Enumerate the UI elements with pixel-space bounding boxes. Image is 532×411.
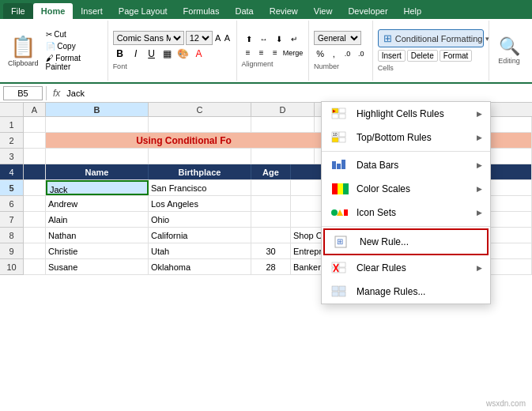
underline-button[interactable]: U <box>145 47 159 61</box>
menu-divider-2 <box>322 226 490 227</box>
fill-color-button[interactable]: 🎨 <box>176 47 191 61</box>
cell-c3[interactable] <box>149 149 251 164</box>
border-button[interactable]: ▦ <box>160 47 175 61</box>
align-bottom-button[interactable]: ⬇ <box>272 33 286 45</box>
tab-data[interactable]: Data <box>227 3 261 19</box>
tab-insert[interactable]: Insert <box>73 3 111 19</box>
align-left-button[interactable]: ≡ <box>242 47 255 58</box>
formula-divider <box>46 86 47 100</box>
cell-b9[interactable]: Christie <box>46 243 149 258</box>
menu-item-iconsets[interactable]: Icon Sets ▶ <box>322 201 490 224</box>
cell-b4[interactable]: Name <box>46 164 149 179</box>
menu-item-colorscales[interactable]: Color Scales ▶ <box>322 177 490 201</box>
align-center-button[interactable]: ≡ <box>255 47 268 58</box>
tab-home[interactable]: Home <box>33 3 74 19</box>
conditional-formatting-button[interactable]: ⊞ Conditional Formatting ▾ <box>378 29 484 47</box>
cell-d3[interactable] <box>251 149 315 164</box>
cell-d5[interactable] <box>251 180 291 195</box>
paste-button[interactable]: 📋 Clipboard <box>6 22 40 79</box>
cell-a8[interactable] <box>24 228 46 243</box>
cell-c5[interactable]: San Francisco <box>149 180 251 195</box>
cell-a10[interactable] <box>24 259 46 274</box>
font-color-button[interactable]: A <box>192 47 206 61</box>
row-num-1: 1 <box>0 117 24 133</box>
align-middle-button[interactable]: ↔ <box>257 33 271 45</box>
cell-d7[interactable] <box>251 212 291 227</box>
menu-item-clearrules[interactable]: Clear Rules ▶ <box>322 256 490 280</box>
formula-input[interactable] <box>66 89 529 98</box>
cell-b10[interactable]: Susane <box>46 259 149 274</box>
tab-developer[interactable]: Developer <box>340 3 395 19</box>
font-size-select[interactable]: 12 <box>186 31 213 45</box>
menu-item-managerules[interactable]: Manage Rules... <box>322 280 490 304</box>
cell-c8[interactable]: California <box>149 228 251 243</box>
cell-b8[interactable]: Nathan <box>46 228 149 243</box>
cell-a6[interactable] <box>24 196 46 211</box>
cell-b5[interactable]: Jack <box>46 180 149 195</box>
cell-d6[interactable] <box>251 196 291 211</box>
cell-b2[interactable]: Using Conditional Fo <box>46 133 323 148</box>
cell-reference-input[interactable] <box>3 86 43 100</box>
cell-a1[interactable] <box>24 117 46 132</box>
merge-center-button[interactable]: Merge <box>282 47 304 58</box>
cell-c1[interactable] <box>149 117 251 132</box>
cell-d1[interactable] <box>251 117 315 132</box>
menu-item-newrule[interactable]: ⊞ New Rule... <box>323 228 489 255</box>
cell-d9[interactable]: 30 <box>251 243 291 258</box>
tab-file[interactable]: File <box>3 3 33 19</box>
svg-rect-11 <box>337 164 341 169</box>
decrease-decimal-button[interactable]: .0 <box>355 47 368 61</box>
menu-item-databars[interactable]: Data Bars ▶ <box>322 153 490 177</box>
svg-rect-24 <box>339 268 345 273</box>
submenu-arrow-icon: ▶ <box>477 209 482 217</box>
cell-c7[interactable]: Ohio <box>149 212 251 227</box>
cell-b6[interactable]: Andrew <box>46 196 149 211</box>
submenu-arrow-icon: ▶ <box>477 134 482 141</box>
col-header-b[interactable]: B <box>46 103 149 116</box>
cell-a3[interactable] <box>24 149 46 164</box>
insert-cells-button[interactable]: Insert <box>378 50 406 62</box>
align-right-button[interactable]: ≡ <box>269 47 281 58</box>
cell-a5[interactable] <box>24 180 46 195</box>
increase-decimal-button[interactable]: .0 <box>341 47 353 61</box>
cell-c10[interactable]: Oklahoma <box>149 259 251 274</box>
cell-d8[interactable] <box>251 228 291 243</box>
number-format-select[interactable]: General <box>314 31 361 45</box>
cell-a4[interactable] <box>24 164 46 179</box>
italic-button[interactable]: I <box>129 47 143 61</box>
cell-a7[interactable] <box>24 212 46 227</box>
cell-b1[interactable] <box>46 117 149 132</box>
cut-button[interactable]: ✂ Cut <box>43 29 101 40</box>
cell-c9[interactable]: Utah <box>149 243 251 258</box>
align-top-button[interactable]: ⬆ <box>242 33 256 45</box>
menu-item-highlight[interactable]: ▶ Highlight Cells Rules ▶ <box>322 102 490 126</box>
format-painter-button[interactable]: 🖌 Format Painter <box>43 53 101 72</box>
tab-help[interactable]: Help <box>396 3 430 19</box>
find-select-icon[interactable]: 🔍 <box>499 36 520 57</box>
cell-b3[interactable] <box>46 149 149 164</box>
increase-font-button[interactable]: A <box>214 31 222 45</box>
cell-d4[interactable]: Age <box>251 164 291 179</box>
wrap-text-button[interactable]: ↵ <box>287 33 301 45</box>
comma-button[interactable]: , <box>327 47 340 61</box>
tab-review[interactable]: Review <box>262 3 306 19</box>
tab-formulas[interactable]: Formulas <box>175 3 228 19</box>
cell-b7[interactable]: Alain <box>46 212 149 227</box>
clipboard-group: 📋 Clipboard ✂ Cut 📄 Copy 🖌 Format Painte… <box>3 21 108 81</box>
format-cells-button[interactable]: Format <box>440 50 473 62</box>
tab-pagelayout[interactable]: Page Layout <box>111 3 175 19</box>
font-name-select[interactable]: Comic Sans M <box>113 31 184 45</box>
copy-button[interactable]: 📄 Copy <box>43 41 101 51</box>
editing-label: Editing <box>498 57 520 65</box>
decrease-font-button[interactable]: A <box>224 31 232 45</box>
tab-view[interactable]: View <box>306 3 341 19</box>
cell-a2[interactable] <box>24 133 46 148</box>
percent-button[interactable]: % <box>314 47 326 61</box>
cell-c6[interactable]: Los Angeles <box>149 196 251 211</box>
menu-item-topbottom[interactable]: 10 Top/Bottom Rules ▶ <box>322 126 490 149</box>
cell-c4[interactable]: Birthplace <box>149 164 251 179</box>
cell-d10[interactable]: 28 <box>251 259 291 274</box>
delete-cells-button[interactable]: Delete <box>407 50 438 62</box>
bold-button[interactable]: B <box>113 47 127 61</box>
cell-a9[interactable] <box>24 243 46 258</box>
